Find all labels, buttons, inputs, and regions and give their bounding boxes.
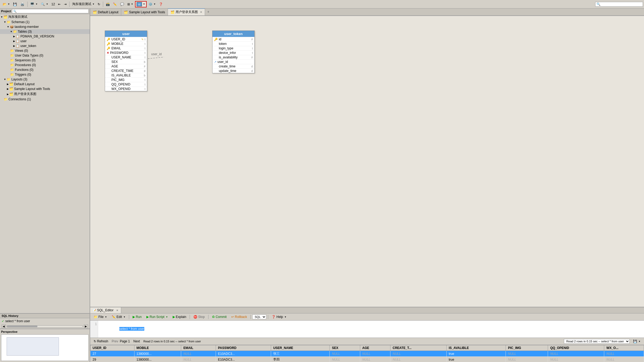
scroll-track[interactable]: [7, 325, 83, 327]
user-col-wxopenid[interactable]: WX_OPENID t: [105, 87, 147, 91]
col-header-qqopenid[interactable]: QQ_OPENID: [548, 345, 604, 351]
view-btn2[interactable]: ✏️: [112, 2, 118, 7]
token-col-updatetime[interactable]: update_time d: [212, 68, 254, 73]
history-item-1[interactable]: ✓ select * from user: [0, 319, 90, 324]
tree-item-schemas[interactable]: ▼ 📁 Schemas (1): [0, 20, 90, 24]
result-status-dropdown[interactable]: Read 2 rows in 0.15 sec -- select * from…: [564, 339, 630, 344]
table-row[interactable]: 291380000...NULLE10ADC3...李四NULLNULLNULL…: [90, 357, 644, 362]
next-results-button[interactable]: Next: [132, 339, 142, 344]
col-header-email[interactable]: EMAIL: [181, 345, 216, 351]
user-col-userid[interactable]: 🔑 USER_ID ✎ t: [105, 37, 147, 41]
col-header-wxo[interactable]: WX_O...: [604, 345, 644, 351]
col-header-age[interactable]: AGE: [360, 345, 390, 351]
view-btn4[interactable]: ⊞ ▼: [126, 2, 134, 7]
tree-item-sequences[interactable]: 📁 Sequences (0): [0, 58, 90, 63]
user-col-isavailable[interactable]: IS_AVALIBLE b: [105, 73, 147, 77]
nav-forward-icon: ⇥: [64, 2, 67, 6]
tab-default-layout[interactable]: 🗂️ Default Layout: [90, 8, 121, 15]
user-col-age[interactable]: AGE #: [105, 64, 147, 68]
help-toolbar-button[interactable]: ❓: [158, 2, 164, 7]
col-header-username[interactable]: USER_NAME: [271, 345, 330, 351]
code-editor[interactable]: select * from user: [98, 321, 644, 338]
view-btn1[interactable]: 🗃️: [105, 2, 111, 7]
tree-item-project[interactable]: ▼ 🗂️ 淘东项目测试: [0, 14, 90, 20]
table-row[interactable]: 271380000...NULLE10ADC3...张三NULLNULLNULL…: [90, 351, 644, 357]
tab-user-login-close[interactable]: ✕: [200, 11, 202, 14]
sidebar-search-input[interactable]: [16, 10, 87, 13]
user-col-createtime[interactable]: CREATE_TIME d: [105, 68, 147, 73]
tree-item-connections[interactable]: 📁 Connections (1): [0, 97, 90, 102]
layout-view-button[interactable]: ⊟ ▼: [135, 1, 147, 7]
user-col-qqopenid[interactable]: QQ_OPENID t: [105, 82, 147, 87]
sql-mode-select[interactable]: SQL: [252, 314, 266, 319]
col-header-sex[interactable]: SEX: [330, 345, 360, 351]
token-col-isavailability[interactable]: is_availability #: [212, 55, 254, 59]
user-col-email[interactable]: 🔑 EMAIL t: [105, 46, 147, 50]
scroll-right-button[interactable]: ▶: [84, 325, 88, 328]
user-col-username[interactable]: USER_NAME t: [105, 55, 147, 59]
tree-item-functions[interactable]: 📁 Functions (0): [0, 67, 90, 72]
save-results-button[interactable]: 💾 ▼: [631, 339, 642, 344]
zoom-button[interactable]: 🔍 ▼: [40, 1, 50, 7]
tree-item-procedures[interactable]: 📁 Procedures (0): [0, 63, 90, 67]
run-script-button[interactable]: ▶ Run Script ▼: [145, 314, 170, 320]
col-header-mobile[interactable]: MOBILE: [134, 345, 181, 351]
tree-item-pdman[interactable]: ▶ 📋 PDMAN_DB_VERSION: [0, 34, 90, 39]
print-button[interactable]: 🖨️: [19, 1, 26, 7]
save-button[interactable]: 💾: [12, 1, 19, 7]
col-header-userid[interactable]: USER_ID: [90, 345, 134, 351]
tab-add-button[interactable]: +: [205, 8, 211, 15]
tree-item-default-layout[interactable]: ▶ 🗂️ Default Layout: [0, 82, 90, 87]
col-header-picimg[interactable]: PIC_IMG: [506, 345, 548, 351]
tree-item-user-data-types[interactable]: 📁 User Data Types (0): [0, 53, 90, 58]
commit-button[interactable]: ♻ Commit: [210, 314, 228, 320]
col-header-createtime[interactable]: CREATE_T...: [390, 345, 446, 351]
edit-button[interactable]: ✏️ Edit ▼: [110, 314, 127, 320]
help-sql-button[interactable]: ❓ Help ▼: [270, 314, 288, 320]
tree-item-user-login-diagram[interactable]: ▶ 🗂️ 用户登录关系图: [0, 91, 90, 97]
view-btn3[interactable]: 💬: [119, 2, 125, 7]
refresh-results-button[interactable]: ↻ Refresh: [92, 339, 110, 344]
refresh-toolbar-button[interactable]: ↻: [96, 2, 102, 7]
run-button[interactable]: ▶ Run: [131, 314, 143, 320]
search-toolbar-input[interactable]: [601, 3, 642, 6]
tree-item-views[interactable]: 📁 Views (0): [0, 48, 90, 53]
user-col-picimg[interactable]: PIC_IMG t: [105, 77, 147, 82]
rollback-button[interactable]: ↩ Rollback: [229, 314, 249, 320]
user-col-sex[interactable]: SEX b: [105, 59, 147, 64]
file-button[interactable]: 📁 File ▼: [92, 314, 109, 320]
tree-item-triggers[interactable]: 📁 Triggers (0): [0, 72, 90, 77]
explain-button[interactable]: ▶ Explain: [171, 314, 188, 320]
tab-sample-layout[interactable]: 🗂️ Sample Layout with Tools: [121, 8, 168, 15]
token-col-token[interactable]: token t: [212, 41, 254, 46]
col-header-isavaible[interactable]: IS_AVALIBLE: [446, 345, 506, 351]
col-header-password[interactable]: PASSWORD: [216, 345, 271, 351]
sql-editor-tab[interactable]: 📝 SQL_Editor ✕: [90, 307, 121, 313]
token-col-userid[interactable]: ↗ user_id: [212, 59, 254, 64]
tree-item-taodong[interactable]: ▼ 📦 taodong-member: [0, 24, 90, 29]
user-col-mobile[interactable]: 🔑 MOBILE t: [105, 41, 147, 46]
token-col-deviceinfor[interactable]: device_infor t: [212, 50, 254, 55]
fk-icon-userid: ↗: [214, 60, 216, 64]
token-col-logintype[interactable]: login_type t: [212, 46, 254, 50]
open-button[interactable]: 📂 ▼: [1, 1, 11, 7]
tree-item-user[interactable]: ▶ 📋 user: [0, 39, 90, 44]
tree-item-tables[interactable]: ▼ 📁 Tables (3): [0, 29, 90, 34]
tree-item-user-token[interactable]: ▶ 📋 user_token: [0, 44, 90, 48]
token-col-id[interactable]: 🔑 id #: [212, 37, 254, 41]
zoom-level-button[interactable]: 12: [50, 2, 56, 7]
user-col-password[interactable]: ✕ PASSWORD t: [105, 50, 147, 55]
scroll-left-button[interactable]: ◀: [2, 325, 6, 328]
screen-button[interactable]: 🖥️ ▼: [29, 1, 39, 7]
project-dropdown-button[interactable]: 淘东项目测试 ▼: [71, 1, 96, 7]
tree-item-layouts[interactable]: ▼ 📁 Layouts (3): [0, 77, 90, 82]
stop-button[interactable]: ⛔ Stop: [192, 314, 207, 320]
sql-editor-tab-close[interactable]: ✕: [116, 309, 118, 312]
tab-user-login[interactable]: 🗂️ 用户登录关系图 ✕: [168, 8, 205, 15]
tree-item-sample-layout[interactable]: ▶ 🗂️ Sample Layout with Tools: [0, 87, 90, 91]
gear-btn[interactable]: ⚙️ ▼: [147, 2, 157, 7]
nav-back-button[interactable]: ⇤: [57, 2, 62, 7]
token-col-createtime[interactable]: create_time d: [212, 64, 254, 68]
tree-container: ▼ 🗂️ 淘东项目测试 ▼ 📁 Schemas (1) ▼ 📦 taodong-…: [0, 14, 90, 313]
nav-forward-button[interactable]: ⇥: [63, 2, 68, 7]
